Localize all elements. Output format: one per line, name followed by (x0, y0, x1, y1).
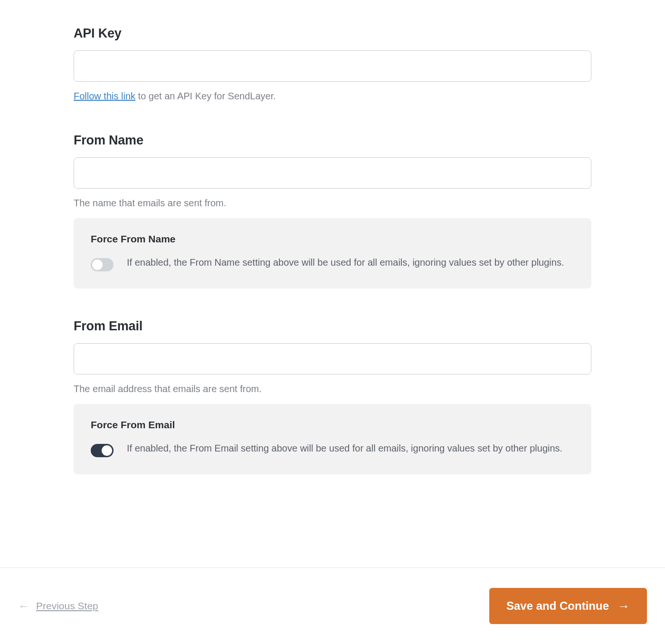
from-email-input[interactable] (74, 343, 591, 375)
from-name-section: From Name The name that emails are sent … (74, 133, 591, 288)
api-key-helper-suffix: to get an API Key for SendLayer. (135, 91, 276, 101)
from-name-label: From Name (74, 133, 591, 148)
api-key-label: API Key (74, 26, 591, 41)
force-from-email-title: Force From Email (91, 419, 574, 431)
force-from-email-description: If enabled, the From Email setting above… (127, 441, 562, 456)
force-from-name-title: Force From Name (91, 233, 574, 245)
save-continue-button[interactable]: Save and Continue → (489, 588, 647, 624)
api-key-input[interactable] (74, 50, 591, 82)
save-continue-label: Save and Continue (506, 599, 609, 613)
force-from-name-description: If enabled, the From Name setting above … (127, 255, 564, 270)
from-email-section: From Email The email address that emails… (74, 319, 591, 474)
toggle-knob (102, 445, 112, 456)
from-email-label: From Email (74, 319, 591, 334)
api-key-link[interactable]: Follow this link (74, 91, 135, 101)
force-from-email-panel: Force From Email If enabled, the From Em… (74, 404, 591, 474)
footer-bar: ← Previous Step Save and Continue → (0, 567, 665, 644)
previous-step-link[interactable]: ← Previous Step (18, 599, 98, 613)
arrow-right-icon: → (618, 600, 630, 612)
toggle-knob (92, 260, 103, 270)
api-key-section: API Key Follow this link to get an API K… (74, 26, 591, 103)
arrow-left-icon: ← (18, 599, 29, 613)
previous-step-label: Previous Step (36, 600, 98, 612)
force-from-name-panel: Force From Name If enabled, the From Nam… (74, 218, 591, 288)
api-key-helper: Follow this link to get an API Key for S… (74, 89, 591, 103)
force-from-email-toggle[interactable] (91, 444, 114, 457)
from-name-input[interactable] (74, 157, 591, 189)
from-name-helper: The name that emails are sent from. (74, 196, 591, 210)
force-from-name-toggle[interactable] (91, 258, 114, 271)
from-email-helper: The email address that emails are sent f… (74, 382, 591, 395)
